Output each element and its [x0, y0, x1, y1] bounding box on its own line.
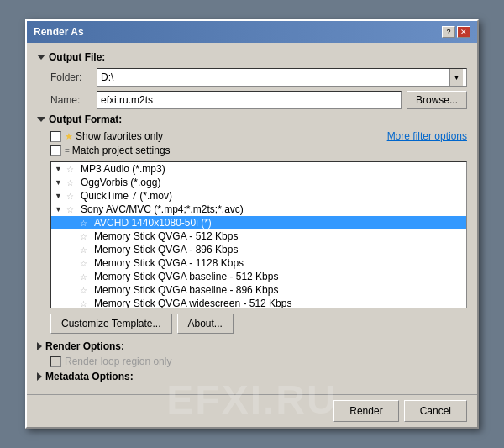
format-item-label: MP3 Audio (*.mp3) — [81, 163, 165, 175]
render-options-label: Render Options: — [45, 340, 124, 352]
format-item-label: QuickTime 7 (*.mov) — [81, 190, 172, 202]
output-file-arrow — [37, 55, 45, 60]
folder-dropdown-arrow[interactable]: ▼ — [449, 69, 463, 86]
render-dialog: Render As ? ✕ Output File: Folder: D:\ ▼… — [25, 19, 479, 429]
star-icon: ☆ — [66, 165, 78, 174]
close-button[interactable]: ✕ — [457, 26, 470, 38]
render-options-section-header[interactable]: Render Options: — [37, 340, 467, 352]
format-list-item[interactable]: ☆Memory Stick QVGA baseline - 512 Kbps — [51, 270, 466, 283]
output-format-label: Output Format: — [49, 113, 122, 125]
star-icon: ☆ — [80, 259, 92, 268]
expand-arrow-icon: ▼ — [55, 205, 65, 213]
star-icon: ☆ — [80, 232, 92, 241]
format-list-item[interactable]: ☆AVCHD 1440x1080-50i (*) — [51, 216, 466, 229]
folder-dropdown[interactable]: D:\ ▼ — [97, 68, 467, 87]
metadata-options-label: Metadata Options: — [45, 371, 134, 382]
show-favorites-row: ★ Show favorites only More filter option… — [37, 130, 467, 142]
format-item-label: Memory Stick QVGA widescreen - 512 Kbps — [94, 298, 291, 308]
star-icon: ☆ — [80, 272, 92, 282]
star-icon: ☆ — [80, 245, 92, 255]
format-item-label: Memory Stick QVGA - 512 Kbps — [94, 230, 238, 242]
star-icon: ☆ — [80, 286, 92, 295]
expand-arrow-icon: ▼ — [55, 192, 65, 200]
chevron-down-icon: ▼ — [454, 74, 460, 82]
title-bar: Render As ? ✕ — [27, 21, 477, 43]
name-input[interactable] — [97, 91, 402, 109]
format-list-item[interactable]: ▼☆OggVorbis (*.ogg) — [51, 176, 466, 189]
format-item-label: Memory Stick QVGA - 896 Kbps — [94, 244, 238, 256]
browse-button[interactable]: Browse... — [407, 91, 467, 109]
render-loop-label: Render loop region only — [65, 356, 171, 367]
format-item-label: AVCHD 1440x1080-50i (*) — [94, 217, 212, 229]
folder-value: D:\ — [101, 71, 449, 83]
dialog-footer: Render Cancel — [27, 394, 477, 427]
output-format-section-header[interactable]: Output Format: — [37, 113, 467, 125]
output-file-label: Output File: — [49, 51, 105, 63]
output-file-section-header[interactable]: Output File: — [37, 51, 467, 63]
star-icon: ☆ — [66, 178, 78, 187]
show-favorites-checkbox[interactable] — [50, 131, 61, 142]
format-list-item[interactable]: ▼☆MP3 Audio (*.mp3) — [51, 162, 466, 176]
name-label: Name: — [50, 94, 97, 106]
star-icon: ☆ — [66, 205, 78, 214]
output-format-arrow — [37, 117, 45, 122]
format-item-label: Memory Stick QVGA baseline - 512 Kbps — [94, 271, 278, 282]
customize-template-button[interactable]: Customize Template... — [50, 314, 172, 334]
render-loop-checkbox[interactable] — [50, 356, 61, 367]
match-project-row: = Match project settings — [37, 145, 467, 156]
expand-arrow-icon: ▼ — [55, 178, 65, 187]
folder-label: Folder: — [50, 71, 97, 83]
show-favorites-label: Show favorites only — [76, 130, 163, 142]
format-list-item[interactable]: ▼☆Sony AVC/MVC (*.mp4;*.m2ts;*.avc) — [51, 203, 466, 216]
format-list-item[interactable]: ☆Memory Stick QVGA - 1128 Kbps — [51, 256, 466, 270]
match-project-label: Match project settings — [72, 145, 171, 156]
render-options-arrow — [37, 342, 42, 350]
about-button[interactable]: About... — [177, 314, 234, 334]
customize-about-row: Customize Template... About... — [37, 314, 467, 334]
cancel-button[interactable]: Cancel — [404, 400, 467, 422]
metadata-options-section-header[interactable]: Metadata Options: — [37, 371, 467, 382]
title-bar-buttons: ? ✕ — [442, 26, 470, 38]
expand-arrow-icon: ▼ — [55, 165, 65, 173]
folder-row: Folder: D:\ ▼ — [37, 68, 467, 87]
star-icon: ☆ — [80, 299, 92, 308]
format-list-item[interactable]: ☆Memory Stick QVGA baseline - 896 Kbps — [51, 283, 466, 297]
metadata-options-arrow — [37, 372, 42, 381]
format-list-container[interactable]: ▼☆MP3 Audio (*.mp3)▼☆OggVorbis (*.ogg)▼☆… — [50, 161, 467, 308]
star-icon: ☆ — [80, 219, 92, 228]
name-row: Name: Browse... — [37, 91, 467, 109]
match-project-checkbox[interactable] — [50, 145, 61, 156]
dialog-body: Output File: Folder: D:\ ▼ Name: Browse.… — [27, 43, 477, 394]
format-list-item[interactable]: ▼☆QuickTime 7 (*.mov) — [51, 189, 466, 203]
format-list-item[interactable]: ☆Memory Stick QVGA - 896 Kbps — [51, 243, 466, 256]
star-icon: ★ — [65, 131, 73, 142]
format-item-label: Sony AVC/MVC (*.mp4;*.m2ts;*.avc) — [81, 203, 244, 215]
star-icon: ☆ — [66, 192, 78, 201]
format-item-label: Memory Stick QVGA - 1128 Kbps — [94, 257, 244, 269]
equal-icon: = — [65, 146, 70, 155]
more-filter-link[interactable]: More filter options — [387, 130, 467, 142]
render-loop-row: Render loop region only — [37, 356, 467, 367]
dialog-title: Render As — [34, 26, 84, 38]
format-list-item[interactable]: ☆Memory Stick QVGA - 512 Kbps — [51, 229, 466, 243]
format-list-item[interactable]: ☆Memory Stick QVGA widescreen - 512 Kbps — [51, 297, 466, 308]
format-item-label: Memory Stick QVGA baseline - 896 Kbps — [94, 284, 278, 296]
format-list: ▼☆MP3 Audio (*.mp3)▼☆OggVorbis (*.ogg)▼☆… — [51, 162, 466, 308]
render-button[interactable]: Render — [333, 400, 398, 422]
help-button[interactable]: ? — [442, 26, 455, 38]
format-item-label: OggVorbis (*.ogg) — [81, 177, 160, 188]
